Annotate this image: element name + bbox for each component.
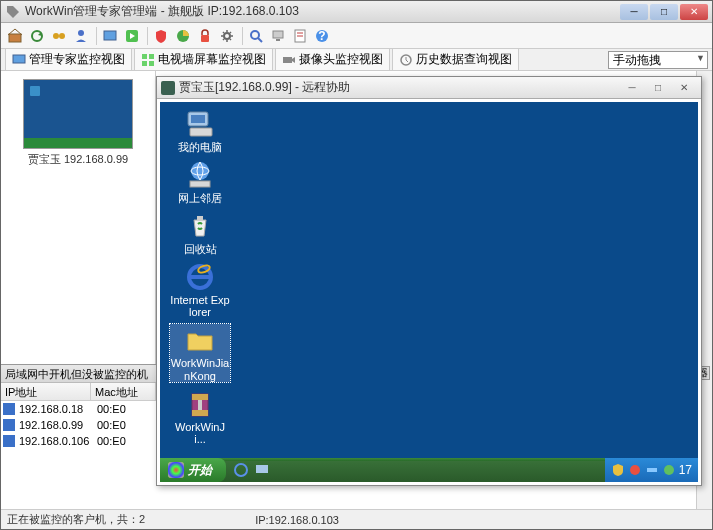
xp-desktop[interactable]: 我的电脑 网上邻居 回收站	[160, 102, 698, 482]
window-title: WorkWin管理专家管理端 - 旗舰版 IP:192.168.0.103	[25, 3, 620, 20]
tray-app-icon[interactable]	[662, 463, 676, 477]
table-row[interactable]: 192.168.0.10600:E0	[1, 433, 156, 449]
tab-history-view[interactable]: 历史数据查询视图	[392, 48, 519, 71]
toolbar-play-icon[interactable]	[122, 26, 142, 46]
svg-text:?: ?	[318, 29, 325, 43]
monitor-icon	[12, 53, 26, 67]
system-tray: 17	[605, 458, 698, 482]
svg-point-4	[78, 30, 84, 36]
desktop-icon-mycomputer[interactable]: 我的电脑	[170, 108, 230, 153]
svg-point-29	[191, 162, 209, 180]
svg-line-11	[258, 38, 262, 42]
desktop-icon-folder[interactable]: WorkWinJianKong	[170, 324, 230, 381]
tab-label: 电视墙屏幕监控视图	[158, 51, 266, 68]
svg-rect-0	[9, 34, 21, 42]
table-row[interactable]: 192.168.0.9900:E0	[1, 417, 156, 433]
start-button[interactable]: 开始	[160, 458, 226, 482]
toolbar-screen-icon[interactable]	[100, 26, 120, 46]
svg-point-38	[235, 464, 247, 476]
desktop-icon-rar[interactable]: WorkWinJi...	[170, 388, 230, 445]
status-clients: 正在被监控的客户机，共：2	[7, 512, 145, 527]
tab-label: 历史数据查询视图	[416, 51, 512, 68]
col-mac[interactable]: Mac地址	[91, 383, 156, 400]
svg-rect-5	[104, 31, 116, 40]
toolbar-help-icon[interactable]: ?	[312, 26, 332, 46]
xp-taskbar: 开始 17	[160, 458, 698, 482]
desktop-icon-recycle[interactable]: 回收站	[170, 210, 230, 255]
thumbnail-label: 贾宝玉 192.168.0.99	[28, 152, 128, 167]
drag-mode-dropdown[interactable]: 手动拖拽	[608, 51, 708, 69]
svg-point-3	[59, 33, 65, 39]
svg-point-40	[630, 465, 640, 475]
svg-rect-20	[142, 54, 147, 59]
svg-rect-28	[190, 128, 212, 136]
tab-label: 管理专家监控视图	[29, 51, 125, 68]
svg-rect-23	[149, 61, 154, 66]
thumbnail-image	[23, 79, 133, 149]
ql-ie-icon[interactable]	[232, 461, 250, 479]
toolbar-computer-icon[interactable]	[268, 26, 288, 46]
tray-network-icon[interactable]	[645, 463, 659, 477]
col-ip[interactable]: IP地址	[1, 383, 91, 400]
toolbar-shield-icon[interactable]	[151, 26, 171, 46]
icon-label: 回收站	[184, 243, 217, 255]
toolbar-pie-icon[interactable]	[173, 26, 193, 46]
remote-maximize-button[interactable]: □	[649, 81, 667, 95]
network-icon	[184, 159, 216, 191]
tab-tvwall-view[interactable]: 电视墙屏幕监控视图	[134, 48, 273, 71]
tab-manage-view[interactable]: 管理专家监控视图	[5, 48, 132, 71]
svg-rect-41	[647, 468, 652, 472]
maximize-button[interactable]: □	[650, 4, 678, 20]
toolbar-gear-icon[interactable]	[217, 26, 237, 46]
panel-header: 局域网中开机但没被监控的机	[1, 365, 156, 383]
table-row[interactable]: 192.168.0.1800:E0	[1, 401, 156, 417]
grid-icon	[141, 53, 155, 67]
tab-label: 摄像头监控视图	[299, 51, 383, 68]
ql-desktop-icon[interactable]	[253, 461, 271, 479]
svg-rect-24	[283, 57, 292, 63]
toolbar-log-icon[interactable]	[290, 26, 310, 46]
toolbar-lock-icon[interactable]	[195, 26, 215, 46]
main-window: WorkWin管理专家管理端 - 旗舰版 IP:192.168.0.103 ─ …	[0, 0, 713, 530]
pc-icon	[3, 419, 15, 431]
start-label: 开始	[188, 462, 212, 479]
recycle-icon	[184, 210, 216, 242]
toolbar-user-icon[interactable]	[71, 26, 91, 46]
folder-icon	[184, 324, 216, 356]
remote-icon	[161, 81, 175, 95]
svg-rect-36	[192, 410, 208, 416]
icon-label: WorkWinJianKong	[170, 357, 230, 381]
desktop-icon-network[interactable]: 网上邻居	[170, 159, 230, 204]
toolbar-connect-icon[interactable]	[49, 26, 69, 46]
camera-icon	[282, 53, 296, 67]
desktop-icon-ie[interactable]: Internet Explorer	[170, 261, 230, 318]
remote-titlebar[interactable]: 贾宝玉[192.168.0.99] - 远程协助 ─ □ ✕	[157, 77, 701, 99]
svg-point-10	[251, 31, 259, 39]
remote-body: 我的电脑 网上邻居 回收站	[157, 99, 701, 485]
content-area: 贾宝玉 192.168.0.99 局域网中开机但没被监控的机 IP地址 Mac地…	[1, 71, 712, 509]
remote-close-button[interactable]: ✕	[675, 81, 693, 95]
quick-launch	[226, 461, 277, 479]
unmonitored-panel: 局域网中开机但没被监控的机 IP地址 Mac地址 192.168.0.1800:…	[1, 364, 156, 509]
svg-rect-37	[198, 400, 202, 410]
svg-rect-22	[142, 61, 147, 66]
tray-clock[interactable]: 17	[679, 463, 692, 477]
tab-camera-view[interactable]: 摄像头监控视图	[275, 48, 390, 71]
svg-rect-8	[201, 35, 209, 42]
tray-shield-icon[interactable]	[611, 463, 625, 477]
close-button[interactable]: ✕	[680, 4, 708, 20]
remote-title: 贾宝玉[192.168.0.99] - 远程协助	[179, 79, 623, 96]
app-icon	[5, 4, 21, 20]
client-thumbnail[interactable]: 贾宝玉 192.168.0.99	[5, 75, 151, 171]
pc-icon	[3, 403, 15, 415]
toolbar-home-icon[interactable]	[5, 26, 25, 46]
left-panel: 贾宝玉 192.168.0.99 局域网中开机但没被监控的机 IP地址 Mac地…	[1, 71, 156, 509]
svg-rect-27	[191, 115, 205, 123]
remote-minimize-button[interactable]: ─	[623, 81, 641, 95]
toolbar-refresh-icon[interactable]	[27, 26, 47, 46]
minimize-button[interactable]: ─	[620, 4, 648, 20]
tray-volume-icon[interactable]	[628, 463, 642, 477]
cell-mac: 00:E0	[93, 434, 130, 448]
toolbar-search-icon[interactable]	[246, 26, 266, 46]
icon-label: Internet Explorer	[170, 294, 230, 318]
